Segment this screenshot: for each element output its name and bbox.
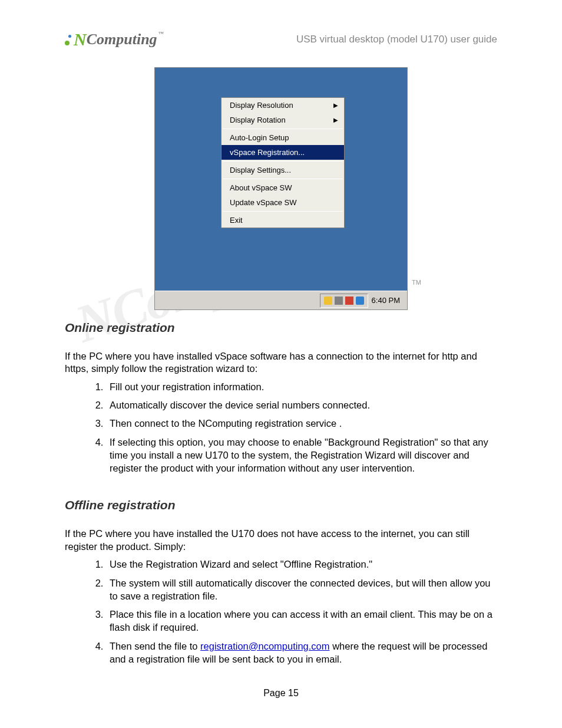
menu-separator	[223, 161, 343, 162]
list-item: Then send the file to registration@ncomp…	[106, 640, 497, 666]
list-item: Use the Registration Wizard and select "…	[106, 558, 497, 571]
context-menu: Display Resolution ▶ Display Rotation ▶ …	[221, 97, 345, 228]
menu-display-rotation[interactable]: Display Rotation ▶	[222, 113, 344, 127]
list-item: Then connect to the NComputing registrat…	[106, 417, 497, 430]
list-item: Place this file in a location where you …	[106, 608, 497, 634]
list-item: Automatically discover the device serial…	[106, 398, 497, 411]
page-footer: Page 15	[0, 688, 562, 699]
menu-item-label: vSpace Registration...	[230, 148, 305, 157]
screenshot-container: Display Resolution ▶ Display Rotation ▶ …	[65, 67, 497, 310]
chevron-right-icon: ▶	[333, 117, 338, 123]
page-header: NComputing™ USB virtual desktop (model U…	[65, 29, 497, 50]
tray-network-icon[interactable]	[335, 297, 343, 305]
windows-taskbar: 6:40 PM	[155, 291, 407, 309]
menu-item-label: About vSpace SW	[230, 183, 292, 192]
menu-item-label: Display Settings...	[230, 166, 291, 174]
menu-display-resolution[interactable]: Display Resolution ▶	[222, 98, 344, 113]
list-item: If selecting this option, you may choose…	[106, 436, 497, 475]
menu-separator	[223, 129, 343, 129]
online-registration-heading: Online registration	[65, 321, 497, 335]
system-tray	[320, 294, 368, 308]
taskbar-clock: 6:40 PM	[368, 296, 404, 305]
menu-auto-login-setup[interactable]: Auto-Login Setup	[222, 130, 344, 145]
menu-item-label: Display Rotation	[230, 116, 286, 124]
tray-shield-icon[interactable]	[324, 297, 332, 305]
step-text: Then send the file to	[110, 641, 200, 651]
menu-item-label: Exit	[230, 216, 243, 225]
offline-registration-steps: Use the Registration Wizard and select "…	[106, 558, 497, 666]
chevron-right-icon: ▶	[333, 102, 338, 108]
ncomputing-logo: NComputing™	[65, 29, 164, 50]
menu-separator	[223, 211, 343, 212]
menu-exit[interactable]: Exit	[222, 213, 344, 228]
menu-update-vspace[interactable]: Update vSpace SW	[222, 195, 344, 210]
desktop-screenshot: Display Resolution ▶ Display Rotation ▶ …	[154, 67, 408, 310]
menu-item-label: Auto-Login Setup	[230, 133, 289, 142]
menu-item-label: Update vSpace SW	[230, 198, 296, 207]
menu-vspace-registration[interactable]: vSpace Registration...	[222, 145, 344, 160]
list-item: Fill out your registration information.	[106, 380, 497, 393]
list-item: The system will still automatically disc…	[106, 577, 497, 603]
online-registration-intro: If the PC where you have installed vSpac…	[65, 350, 497, 375]
menu-separator	[223, 179, 343, 179]
trademark-label: TM	[412, 279, 421, 286]
registration-email-link[interactable]: registration@ncomputing.com	[200, 641, 329, 651]
online-registration-steps: Fill out your registration information. …	[106, 380, 497, 475]
menu-display-settings[interactable]: Display Settings...	[222, 163, 344, 177]
document-title: USB virtual desktop (model U170) user gu…	[296, 34, 497, 45]
tray-app-icon[interactable]	[356, 297, 364, 305]
tray-close-icon[interactable]	[345, 297, 353, 305]
offline-registration-intro: If the PC where you have installed the U…	[65, 528, 497, 553]
menu-item-label: Display Resolution	[230, 101, 293, 110]
offline-registration-heading: Offline registration	[65, 498, 497, 512]
menu-about-vspace[interactable]: About vSpace SW	[222, 180, 344, 195]
